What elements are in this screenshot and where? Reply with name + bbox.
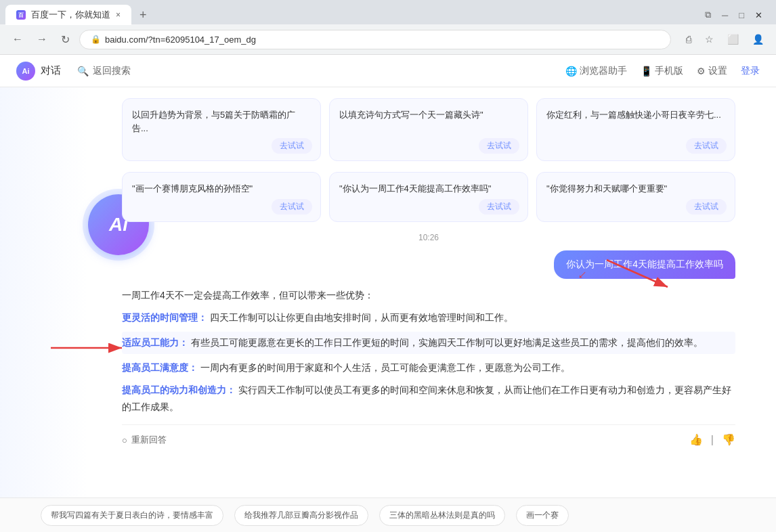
mobile-button[interactable]: 📱 手机版 — [641, 65, 683, 77]
action-separator: | — [711, 430, 714, 450]
suggestion-grid: 以回升趋势为背景，与5篇关于防晒霜的广告... 去试试 以填充诗句方式写一个天一… — [122, 98, 735, 161]
chat-area: Ai 以回升趋势为背景，与5篇关于防晒霜的广告... 去试试 以填充诗句方式写一… — [0, 87, 776, 497]
svg-line-1 — [607, 260, 668, 287]
active-tab[interactable]: 百 百度一下，你就知道 × — [5, 5, 131, 25]
share-button[interactable]: ⎙ — [682, 31, 695, 47]
mobile-label: 手机版 — [655, 65, 683, 77]
browser-assistant-label: 浏览器助手 — [580, 65, 627, 77]
sidebar-bg — [0, 87, 88, 497]
bottom-chip-3[interactable]: 画一个赛 — [516, 505, 569, 526]
ai-response: 一周工作4天不一定会提高工作效率，但可以带来一些优势： 更灵活的时间管理： 四天… — [122, 287, 735, 456]
suggestion-text-4: "你认为一周工作4天能提高工作效率吗" — [339, 182, 518, 196]
header-brand: Ai 对话 — [16, 62, 61, 81]
bottom-chip-1[interactable]: 给我推荐几部豆瓣高分影视作品 — [234, 505, 368, 526]
tab-title: 百度一下，你就知道 — [31, 9, 110, 21]
lock-icon: 🔒 — [91, 35, 101, 44]
mobile-icon: 📱 — [641, 66, 652, 76]
search-back-label: 返回搜索 — [93, 65, 131, 77]
ai-point2-content: 有些员工可能更愿意在更长的工作日工作更短的时间，实施四天工作制可以更好地满足这些… — [191, 337, 703, 348]
profile-button[interactable]: 👤 — [748, 31, 768, 47]
suggestion-text-3: "画一个赛博朋克风格的孙悟空" — [132, 182, 311, 196]
suggestion-text-0: 以回升趋势为背景，与5篇关于防晒霜的广告... — [132, 108, 311, 135]
action-icons: 👍 | 👎 — [689, 430, 735, 450]
tab-favicon: 百 — [16, 10, 26, 20]
address-input[interactable]: 🔒 baidu.com/?tn=62095104_17_oem_dg — [79, 30, 671, 49]
address-bar: ← → ↻ 🔒 baidu.com/?tn=62095104_17_oem_dg… — [0, 24, 776, 54]
bottom-chip-0[interactable]: 帮我写四篇有关于夏日表白的诗，要情感丰富 — [41, 505, 223, 526]
suggestion-card-2: 你定红利，与一篇感触快递小哥日夜辛劳七... 去试试 — [536, 98, 735, 161]
try-btn-5[interactable]: 去试试 — [686, 199, 727, 215]
ai-point1-content: 四天工作制可以让你更自由地安排时间，从而更有效地管理时间和工作。 — [210, 312, 513, 323]
ai-point3-content: 一周内有更多的时间用于家庭和个人生活，员工可能会更满意工作，更愿意为公司工作。 — [200, 362, 570, 373]
brand-label: 对话 — [41, 64, 61, 77]
bottom-chip-2[interactable]: 三体的黑暗丛林法则是真的吗 — [379, 505, 505, 526]
search-icon: 🔍 — [77, 66, 89, 76]
address-text: baidu.com/?tn=62095104_17_oem_dg — [105, 35, 256, 45]
dislike-button[interactable]: 👎 — [722, 430, 735, 450]
ai-point3-title: 提高员工满意度： — [122, 362, 198, 373]
try-btn-0[interactable]: 去试试 — [272, 138, 312, 154]
ai-response-p4: 提高员工的动力和创造力： 实行四天工作制可以使员工有更多的时间和空间来休息和恢复… — [122, 382, 735, 416]
window-close-btn[interactable]: ✕ — [755, 10, 762, 20]
ai-response-intro: 一周工作4天不一定会提高工作效率，但可以带来一些优势： — [122, 287, 735, 304]
ai-logo-small: Ai — [16, 62, 35, 81]
try-btn-3[interactable]: 去试试 — [272, 199, 312, 215]
red-arrow-response — [47, 334, 129, 361]
tab-bar: 百 百度一下，你就知道 × + ⧉ ─ □ ✕ — [0, 0, 776, 24]
bottom-suggestions: 帮我写四篇有关于夏日表白的诗，要情感丰富 给我推荐几部豆瓣高分影视作品 三体的黑… — [0, 497, 776, 532]
ai-point4-title: 提高员工的动力和创造力： — [122, 384, 236, 395]
suggestion-text-5: "你觉得努力和天赋哪个更重要" — [546, 182, 725, 196]
window-maximize-btn[interactable]: □ — [739, 10, 744, 20]
settings-label: 设置 — [708, 65, 727, 77]
reload-button[interactable]: ↻ — [57, 30, 74, 49]
back-button[interactable]: ← — [8, 30, 27, 48]
ai-response-p1: 更灵活的时间管理： 四天工作制可以让你更自由地安排时间，从而更有效地管理时间和工… — [122, 309, 735, 326]
timestamp: 10:26 — [122, 233, 735, 242]
browser-assistant-icon: 🌐 — [565, 66, 577, 76]
suggestion-card-1: 以填充诗句方式写一个天一篇藏头诗" 去试试 — [329, 98, 528, 161]
suggestion-grid-2: "画一个赛博朋克风格的孙悟空" 去试试 "你认为一周工作4天能提高工作效率吗" … — [122, 172, 735, 222]
forward-button[interactable]: → — [33, 30, 51, 48]
response-actions: ○ 重新回答 👍 | 👎 — [122, 424, 735, 456]
login-button[interactable]: 登录 — [741, 65, 760, 77]
ai-point2-title: 适应员工能力： — [122, 337, 188, 348]
like-button[interactable]: 👍 — [689, 430, 703, 450]
suggestion-card-5: "你觉得努力和天赋哪个更重要" 去试试 — [536, 172, 735, 222]
try-btn-1[interactable]: 去试试 — [479, 138, 519, 154]
suggestion-text-2: 你定红利，与一篇感触快递小哥日夜辛劳七... — [546, 108, 725, 122]
settings-icon: ⚙ — [697, 66, 706, 76]
header-right: 🌐 浏览器助手 📱 手机版 ⚙ 设置 登录 — [565, 65, 760, 77]
bookmark-button[interactable]: ☆ — [701, 31, 718, 47]
window-minimize-btn[interactable]: ─ — [722, 10, 728, 20]
ai-response-p3: 提高员工满意度： 一周内有更多的时间用于家庭和个人生活，员工可能会更满意工作，更… — [122, 359, 735, 376]
suggestion-card-4: "你认为一周工作4天能提高工作效率吗" 去试试 — [329, 172, 528, 222]
browser-actions: ⎙ ☆ ⬜ 👤 — [682, 31, 768, 47]
browser-assistant-button[interactable]: 🌐 浏览器助手 — [565, 65, 627, 77]
refresh-label: 重新回答 — [131, 434, 167, 446]
ai-response-p2: 适应员工能力： 有些员工可能更愿意在更长的工作日工作更短的时间，实施四天工作制可… — [122, 332, 735, 354]
ai-point1-title: 更灵活的时间管理： — [122, 312, 207, 323]
refresh-button[interactable]: ○ 重新回答 — [122, 434, 167, 446]
settings-button[interactable]: ⚙ 设置 — [697, 65, 727, 77]
tab-close-btn[interactable]: × — [116, 10, 121, 20]
search-back-button[interactable]: 🔍 返回搜索 — [77, 65, 131, 77]
extensions-button[interactable]: ⬜ — [723, 31, 743, 47]
suggestion-text-1: 以填充诗句方式写一个天一篇藏头诗" — [339, 108, 518, 122]
suggestion-card-3: "画一个赛博朋克风格的孙悟空" 去试试 — [122, 172, 321, 222]
try-btn-4[interactable]: 去试试 — [479, 199, 519, 215]
main-content: Ai 以回升趋势为背景，与5篇关于防晒霜的广告... 去试试 以填充诗句方式写一… — [0, 87, 776, 532]
app-header: Ai 对话 🔍 返回搜索 🌐 浏览器助手 📱 手机版 ⚙ 设置 登录 — [0, 55, 776, 87]
refresh-icon: ○ — [122, 435, 127, 445]
try-btn-2[interactable]: 去试试 — [686, 138, 727, 154]
new-tab-button[interactable]: + — [131, 5, 155, 25]
suggestion-card-0: 以回升趋势为背景，与5篇关于防晒霜的广告... 去试试 — [122, 98, 321, 161]
window-restore[interactable]: ⧉ — [705, 9, 711, 20]
